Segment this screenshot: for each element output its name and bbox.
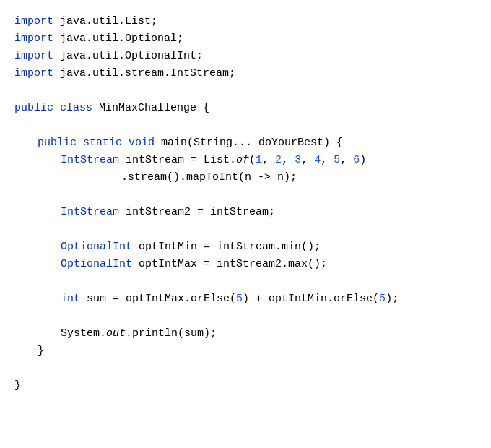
closing-class: } [14, 377, 477, 395]
class-keyword: class [60, 100, 92, 117]
of-method: of [236, 152, 249, 169]
blank-7 [14, 360, 477, 377]
blank-3 [14, 186, 477, 204]
out-field: out [106, 325, 126, 343]
optintmax-line: OptionalInt optIntMax = intStream2.max()… [14, 256, 477, 273]
import-keyword-3: import [14, 48, 53, 65]
public-keyword: public [14, 100, 53, 117]
intstream-init-line: IntStream intStream = List.of(1, 2, 3, 4… [14, 152, 477, 169]
optintmin-line: OptionalInt optIntMin = intStream.min(); [14, 238, 477, 256]
num-6: 6 [353, 152, 360, 169]
import-optionalint: import java.util.OptionalInt; [14, 48, 477, 65]
println-line: System.out.println(sum); [14, 325, 477, 343]
import-keyword-2: import [14, 30, 53, 48]
num-5: 5 [334, 152, 340, 169]
main-signature: public static void main(String... doYour… [14, 134, 477, 152]
void-kw: void [129, 134, 155, 152]
optionalint-type-1: OptionalInt [61, 238, 132, 256]
blank-4 [14, 221, 477, 238]
num-3: 3 [295, 152, 301, 169]
blank-6 [14, 308, 477, 325]
num-4: 4 [314, 152, 321, 169]
class-declaration: public class MinMaxChallenge { [14, 100, 477, 117]
intstream-continuation: .stream().mapToInt(n -> n); [14, 169, 477, 186]
int-keyword: int [61, 290, 80, 308]
closing-main: } [14, 343, 477, 360]
sum-num-1: 5 [236, 290, 243, 308]
blank-5 [14, 273, 477, 290]
intstream-type: IntStream [61, 152, 119, 169]
num-2: 2 [275, 152, 282, 169]
import-keyword-4: import [14, 65, 53, 82]
import-list: import java.util.List; [14, 13, 477, 30]
intstream2-line: IntStream intStream2 = intStream; [14, 204, 477, 221]
code-container: import java.util.List; import java.util.… [0, 0, 491, 448]
intstream2-type: IntStream [61, 204, 119, 221]
public-kw: public [38, 134, 77, 152]
import-keyword-1: import [14, 13, 53, 30]
blank-1 [14, 82, 477, 100]
static-kw: static [83, 134, 122, 152]
num-1: 1 [256, 152, 262, 169]
import-optional: import java.util.Optional; [14, 30, 477, 48]
blank-2 [14, 117, 477, 134]
sum-line: int sum = optIntMax.orElse(5) + optIntMi… [14, 290, 477, 308]
optionalint-type-2: OptionalInt [61, 256, 132, 273]
import-intstream: import java.util.stream.IntStream; [14, 65, 477, 82]
sum-num-2: 5 [379, 290, 386, 308]
